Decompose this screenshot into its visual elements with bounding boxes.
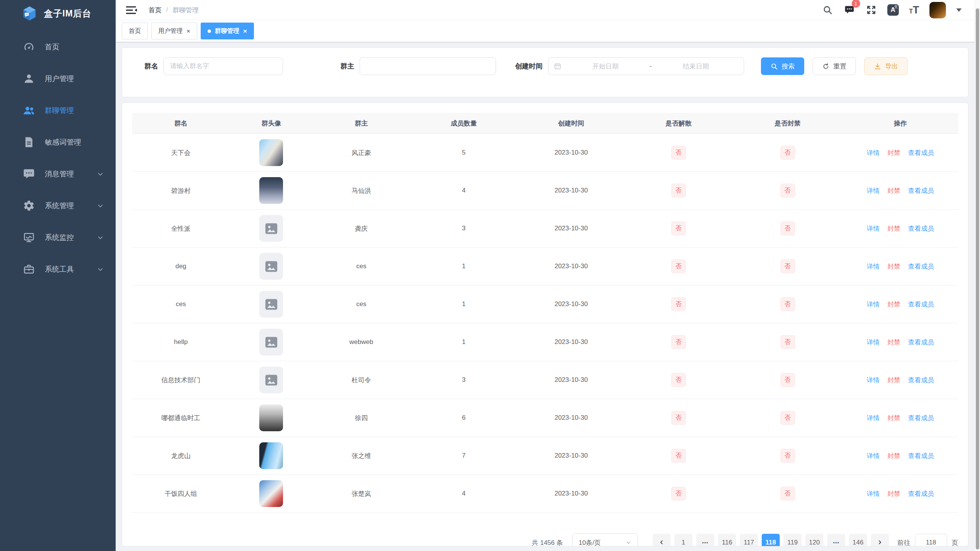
group-avatar-cell bbox=[230, 248, 313, 285]
sidebar-item-message-management[interactable]: 消息管理 bbox=[0, 158, 116, 190]
close-icon[interactable]: × bbox=[243, 28, 247, 34]
dissolved-tag: 否 bbox=[671, 222, 686, 235]
detail-link[interactable]: 详情 bbox=[867, 376, 880, 385]
breadcrumb-home[interactable]: 首页 bbox=[149, 6, 162, 15]
view-members-link[interactable]: 查看成员 bbox=[908, 452, 934, 460]
page-button-120[interactable]: 120 bbox=[805, 534, 823, 547]
gear-icon bbox=[23, 200, 35, 212]
start-date-placeholder[interactable]: 开始日期 bbox=[563, 62, 648, 71]
monitor-icon bbox=[23, 231, 35, 243]
view-members-link[interactable]: 查看成员 bbox=[908, 300, 934, 309]
tab-群聊管理[interactable]: 群聊管理× bbox=[201, 23, 254, 39]
table-row: 天下会风正豪52023-10-30否否详情封禁查看成员 bbox=[132, 134, 958, 172]
detail-link[interactable]: 详情 bbox=[867, 148, 880, 157]
group-owner-input[interactable] bbox=[360, 57, 496, 75]
end-date-placeholder[interactable]: 结束日期 bbox=[653, 62, 738, 71]
column-header: 是否封禁 bbox=[733, 113, 843, 134]
view-members-link[interactable]: 查看成员 bbox=[908, 489, 934, 498]
page-button-146[interactable]: 146 bbox=[849, 534, 867, 547]
ban-link[interactable]: 封禁 bbox=[887, 300, 900, 309]
sidebar-item-sensitive-words[interactable]: 敏感词管理 bbox=[0, 126, 116, 158]
messages-icon[interactable]: 1 bbox=[844, 4, 855, 16]
ban-link[interactable]: 封禁 bbox=[887, 224, 900, 233]
search-button[interactable]: 搜索 bbox=[761, 57, 804, 75]
detail-link[interactable]: 详情 bbox=[867, 489, 880, 498]
dissolved-cell: 否 bbox=[625, 475, 733, 513]
ban-link[interactable]: 封禁 bbox=[887, 186, 900, 195]
page-button-119[interactable]: 119 bbox=[784, 534, 802, 547]
group-avatar-placeholder-icon bbox=[259, 367, 283, 393]
group-name-label: 群名 bbox=[144, 62, 158, 71]
detail-link[interactable]: 详情 bbox=[867, 338, 880, 347]
group-avatar-cell bbox=[230, 210, 313, 248]
table-row: 信息技术部门杜司令32023-10-30否否详情封禁查看成员 bbox=[132, 361, 958, 399]
detail-link[interactable]: 详情 bbox=[867, 300, 880, 309]
sidebar-item-system-monitor[interactable]: 系统监控 bbox=[0, 222, 116, 253]
row-actions: 详情封禁查看成员 bbox=[843, 224, 958, 233]
group-name-input[interactable] bbox=[164, 57, 283, 75]
more-pages-button[interactable]: ••• bbox=[827, 534, 845, 547]
goto-page-input[interactable] bbox=[915, 534, 947, 546]
sidebar-item-system-management[interactable]: 系统管理 bbox=[0, 190, 116, 222]
ban-link[interactable]: 封禁 bbox=[887, 262, 900, 271]
group-avatar-placeholder-icon bbox=[259, 215, 283, 242]
sidebar-menu: 首页用户管理群聊管理敏感词管理消息管理系统管理系统监控系统工具 bbox=[0, 31, 116, 285]
caret-down-icon[interactable] bbox=[956, 8, 962, 12]
user-avatar[interactable] bbox=[929, 2, 946, 18]
row-actions: 详情封禁查看成员 bbox=[843, 186, 958, 195]
detail-link[interactable]: 详情 bbox=[867, 452, 880, 460]
more-pages-button[interactable]: ••• bbox=[696, 534, 714, 547]
fullscreen-icon[interactable] bbox=[865, 4, 877, 16]
view-members-link[interactable]: 查看成员 bbox=[908, 376, 934, 385]
detail-link[interactable]: 详情 bbox=[867, 414, 880, 422]
prev-page-button[interactable]: ‹ bbox=[653, 534, 671, 547]
tab-首页[interactable]: 首页 bbox=[122, 23, 148, 39]
tab-用户管理[interactable]: 用户管理× bbox=[151, 23, 197, 39]
detail-link[interactable]: 详情 bbox=[867, 262, 880, 271]
table-row: 干饭四人组张楚岚42023-10-30否否详情封禁查看成员 bbox=[132, 475, 958, 513]
view-members-link[interactable]: 查看成员 bbox=[908, 224, 934, 233]
sidebar-item-user-management[interactable]: 用户管理 bbox=[0, 63, 116, 95]
view-members-link[interactable]: 查看成员 bbox=[908, 338, 934, 347]
sidebar-item-home[interactable]: 首页 bbox=[0, 31, 116, 63]
hamburger-icon[interactable] bbox=[126, 5, 137, 15]
created-time-cell: 2023-10-30 bbox=[518, 437, 624, 475]
ban-link[interactable]: 封禁 bbox=[887, 148, 900, 157]
ban-link[interactable]: 封禁 bbox=[887, 489, 900, 498]
font-size-icon[interactable]: T T bbox=[909, 5, 919, 15]
ban-link[interactable]: 封禁 bbox=[887, 452, 900, 460]
search-icon[interactable] bbox=[822, 4, 833, 16]
close-icon[interactable]: × bbox=[187, 28, 190, 34]
view-members-link[interactable]: 查看成员 bbox=[908, 186, 934, 195]
view-members-link[interactable]: 查看成员 bbox=[908, 262, 934, 271]
group-avatar-image bbox=[259, 442, 283, 469]
row-actions: 详情封禁查看成员 bbox=[843, 148, 958, 157]
detail-link[interactable]: 详情 bbox=[867, 224, 880, 233]
member-count-cell: 3 bbox=[410, 210, 518, 248]
page-button-118[interactable]: 118 bbox=[762, 534, 780, 547]
view-members-link[interactable]: 查看成员 bbox=[908, 148, 934, 157]
ban-link[interactable]: 封禁 bbox=[887, 414, 900, 422]
scrollbar-thumb[interactable] bbox=[976, 8, 979, 549]
member-count-cell: 1 bbox=[410, 248, 518, 285]
view-members-link[interactable]: 查看成员 bbox=[908, 414, 934, 422]
sidebar-item-system-tools[interactable]: 系统工具 bbox=[0, 253, 116, 285]
page-button-1[interactable]: 1 bbox=[674, 534, 692, 547]
ban-link[interactable]: 封禁 bbox=[887, 338, 900, 347]
created-time-label: 创建时间 bbox=[515, 62, 543, 71]
group-avatar-image bbox=[259, 480, 283, 507]
row-actions: 详情封禁查看成员 bbox=[843, 452, 958, 460]
document-icon bbox=[23, 136, 35, 148]
next-page-button[interactable]: › bbox=[871, 534, 889, 547]
ban-link[interactable]: 封禁 bbox=[887, 376, 900, 385]
translate-icon[interactable]: A 文 bbox=[887, 4, 899, 16]
page-button-116[interactable]: 116 bbox=[718, 534, 736, 547]
banned-cell: 否 bbox=[733, 248, 843, 285]
page-button-117[interactable]: 117 bbox=[740, 534, 758, 547]
export-button[interactable]: 导出 bbox=[864, 57, 908, 75]
page-size-select[interactable]: 10条/页 bbox=[572, 533, 638, 546]
date-range-picker[interactable]: 开始日期 - 结束日期 bbox=[548, 57, 744, 75]
detail-link[interactable]: 详情 bbox=[867, 186, 880, 195]
reset-button[interactable]: 重置 bbox=[813, 57, 856, 75]
sidebar-item-group-chat-management[interactable]: 群聊管理 bbox=[0, 95, 116, 126]
